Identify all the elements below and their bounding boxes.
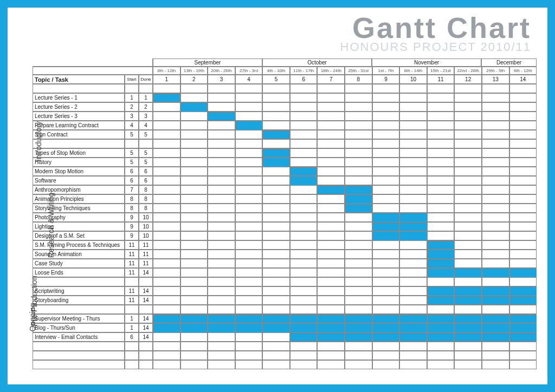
start-cell: 6	[125, 176, 139, 185]
gantt-cell	[262, 250, 290, 259]
gantt-cell	[509, 360, 537, 369]
gantt-cell	[372, 167, 400, 176]
gantt-cell	[180, 130, 208, 139]
gantt-cell	[509, 323, 537, 332]
table-row: Photography910	[33, 213, 537, 222]
title-block: Gantt Chart HONOURS PROJECT 2010/11	[18, 13, 537, 54]
gantt-cell	[153, 286, 180, 296]
start-cell	[125, 277, 139, 286]
gantt-cell	[399, 231, 427, 240]
gantt-cell	[372, 84, 400, 93]
gantt-cell	[208, 204, 235, 213]
gantt-cell	[290, 102, 318, 112]
done-cell	[139, 139, 153, 148]
task-cell: Software	[33, 176, 125, 185]
start-cell: 9	[125, 222, 139, 231]
gantt-cell	[427, 112, 455, 121]
start-cell: 6	[125, 332, 139, 342]
gantt-cell	[372, 277, 400, 286]
gantt-cell	[180, 204, 208, 213]
gantt-cell	[482, 112, 509, 121]
gantt-cell	[180, 148, 208, 158]
done-column-header: Done	[139, 75, 153, 84]
gantt-cell	[208, 84, 235, 93]
gantt-cell	[509, 342, 537, 351]
gantt-cell	[180, 222, 208, 231]
gantt-cell	[235, 84, 263, 93]
done-cell: 3	[139, 112, 153, 121]
gantt-cell	[482, 130, 509, 139]
gantt-cell	[235, 112, 263, 121]
gantt-cell	[290, 204, 318, 213]
gantt-cell	[262, 93, 290, 102]
done-cell: 14	[139, 332, 153, 342]
gantt-cell	[345, 121, 372, 130]
done-cell: 14	[139, 323, 153, 332]
gantt-cell	[262, 259, 290, 268]
gantt-cell	[454, 351, 482, 360]
start-cell: 1	[125, 323, 139, 332]
gantt-cell	[208, 360, 235, 369]
start-cell: 8	[125, 204, 139, 213]
gantt-cell	[317, 268, 345, 277]
table-row: Loose Ends1114	[33, 268, 537, 277]
date-range-header: 11th - 17th	[290, 67, 318, 75]
gantt-cell	[153, 121, 180, 130]
gantt-cell	[454, 148, 482, 158]
gantt-cell	[372, 296, 400, 305]
gantt-cell	[454, 268, 482, 277]
gantt-cell	[317, 167, 345, 176]
gantt-cell	[317, 286, 345, 296]
gantt-cell	[482, 351, 509, 360]
gantt-cell	[153, 93, 180, 102]
gantt-cell	[427, 250, 455, 259]
gantt-cell	[208, 130, 235, 139]
gantt-cell	[454, 121, 482, 130]
gantt-cell	[454, 286, 482, 296]
gantt-cell	[345, 351, 372, 360]
gantt-cell	[262, 130, 290, 139]
gantt-cell	[208, 112, 235, 121]
date-range-header: 1st - 7th	[372, 67, 400, 75]
gantt-cell	[317, 84, 345, 93]
gantt-cell	[262, 112, 290, 121]
table-row: S.M. Filming Process & Techniques1111	[33, 240, 537, 250]
gantt-cell	[454, 139, 482, 148]
task-cell: Blog - Thurs/Sun	[33, 323, 125, 332]
gantt-cell	[509, 93, 537, 102]
done-cell: 10	[139, 231, 153, 240]
gantt-cell	[262, 167, 290, 176]
gantt-cell	[372, 213, 400, 222]
gantt-cell	[399, 351, 427, 360]
date-range-header: 8th - 14th	[399, 67, 427, 75]
gantt-cell	[317, 332, 345, 342]
start-column-header: Start	[125, 75, 139, 84]
gantt-cell	[208, 286, 235, 296]
gantt-cell	[290, 250, 318, 259]
gantt-cell	[290, 240, 318, 250]
gantt-cell	[235, 130, 263, 139]
gantt-cell	[427, 167, 455, 176]
gantt-cell	[482, 323, 509, 332]
gantt-cell	[262, 194, 290, 204]
chart-subtitle: HONOURS PROJECT 2010/11	[18, 40, 531, 54]
gantt-cell	[262, 360, 290, 369]
gantt-cell	[290, 332, 318, 342]
gantt-cell	[153, 277, 180, 286]
gantt-cell	[427, 84, 455, 93]
gantt-cell	[482, 204, 509, 213]
task-cell: Scriptwriting	[33, 286, 125, 296]
task-cell: Lecture Series - 1	[33, 93, 125, 102]
gantt-cell	[454, 93, 482, 102]
date-range-header: 15th - 21st	[427, 67, 455, 75]
month-header: October	[262, 58, 372, 67]
gantt-cell	[372, 250, 400, 259]
gantt-cell	[262, 268, 290, 277]
gantt-cell	[208, 158, 235, 167]
gantt-cell	[427, 102, 455, 112]
gantt-cell	[180, 268, 208, 277]
gantt-cell	[372, 194, 400, 204]
gantt-cell	[372, 158, 400, 167]
gantt-cell	[372, 185, 400, 194]
gantt-cell	[290, 148, 318, 158]
